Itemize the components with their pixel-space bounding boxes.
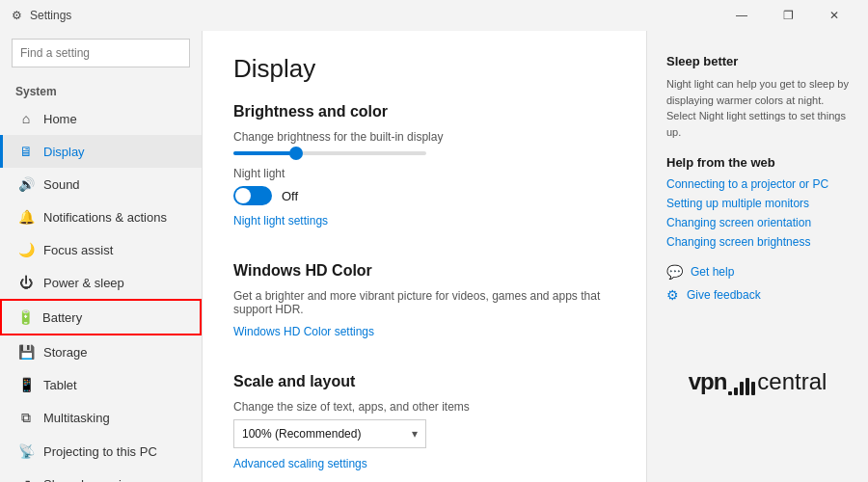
- sound-icon: 🔊: [18, 176, 34, 192]
- feedback-icon: ⚙: [666, 287, 679, 303]
- shared-icon: ↗: [18, 476, 34, 482]
- vpn-bar-5: [751, 382, 755, 395]
- scale-dropdown[interactable]: 100% (Recommended) ▾: [233, 419, 426, 448]
- get-help-label: Get help: [691, 265, 734, 279]
- vpn-bar-3: [740, 382, 744, 395]
- projecting-icon: 📡: [18, 443, 34, 459]
- sidebar-item-projecting[interactable]: 📡 Projecting to this PC: [0, 435, 202, 468]
- sidebar-item-focus[interactable]: 🌙 Focus assist: [0, 233, 202, 266]
- sidebar-label-tablet: Tablet: [43, 378, 77, 392]
- sidebar-item-multitasking[interactable]: ⧉ Multitasking: [0, 401, 202, 435]
- titlebar-left: ⚙ Settings: [12, 9, 71, 22]
- titlebar-controls: — ❐ ✕: [719, 0, 856, 31]
- sidebar-label-focus: Focus assist: [43, 243, 113, 257]
- sidebar-label-storage: Storage: [43, 345, 88, 360]
- sidebar-item-storage[interactable]: 💾 Storage: [0, 335, 202, 368]
- sidebar-item-notifications[interactable]: 🔔 Notifications & actions: [0, 201, 202, 233]
- sidebar-item-home[interactable]: ⌂ Home: [0, 102, 202, 135]
- scale-value: 100% (Recommended): [242, 427, 361, 441]
- help-title: Help from the web: [666, 155, 849, 170]
- brightness-section: Brightness and color Change brightness f…: [233, 103, 615, 243]
- multitasking-icon: ⧉: [18, 410, 34, 426]
- page-title: Display: [233, 54, 615, 84]
- battery-icon: 🔋: [17, 309, 33, 325]
- panel-link-orientation[interactable]: Changing screen orientation: [666, 216, 849, 229]
- home-icon: ⌂: [18, 111, 34, 126]
- sidebar-label-power: Power & sleep: [43, 276, 124, 290]
- focus-icon: 🌙: [18, 242, 34, 257]
- sidebar-item-sound[interactable]: 🔊 Sound: [0, 168, 202, 201]
- vpn-bar-2: [734, 388, 738, 395]
- panel-link-projector[interactable]: Connecting to a projector or PC: [666, 177, 849, 191]
- close-button[interactable]: ✕: [812, 0, 856, 31]
- night-light-toggle[interactable]: [233, 186, 272, 205]
- search-input[interactable]: [12, 39, 190, 67]
- sidebar-label-shared: Shared experiences: [43, 477, 155, 483]
- sidebar-item-tablet[interactable]: 📱 Tablet: [0, 368, 202, 401]
- scale-title: Scale and layout: [233, 373, 615, 390]
- vpn-brand: vpn central: [666, 361, 849, 395]
- main-content: Display Brightness and color Change brig…: [203, 31, 646, 482]
- sidebar-item-battery[interactable]: 🔋 Battery: [0, 299, 202, 335]
- night-light-state: Off: [282, 189, 298, 203]
- titlebar: ⚙ Settings — ❐ ✕: [0, 0, 868, 31]
- right-panel: Sleep better Night light can help you ge…: [646, 31, 868, 482]
- hd-color-link[interactable]: Windows HD Color settings: [233, 325, 374, 338]
- brightness-slider-track[interactable]: [233, 151, 426, 155]
- sleep-title: Sleep better: [666, 54, 849, 68]
- power-icon: ⏻: [18, 275, 34, 290]
- brightness-slider-thumb[interactable]: [289, 147, 303, 160]
- app-title: Settings: [30, 9, 71, 22]
- brightness-title: Brightness and color: [233, 103, 615, 120]
- panel-link-monitors[interactable]: Setting up multiple monitors: [666, 197, 849, 210]
- app-body: System ⌂ Home 🖥 Display 🔊 Sound 🔔 Notifi…: [0, 31, 868, 482]
- vpn-text1: vpn: [689, 368, 727, 395]
- night-light-toggle-row: Off: [233, 186, 615, 205]
- sidebar-item-shared[interactable]: ↗ Shared experiences: [0, 468, 202, 482]
- storage-icon: 💾: [18, 344, 34, 360]
- vpn-bar-4: [746, 378, 749, 395]
- help-icon: 💬: [666, 264, 683, 280]
- minimize-button[interactable]: —: [719, 0, 764, 31]
- sidebar-label-projecting: Projecting to this PC: [43, 444, 157, 459]
- display-icon: 🖥: [18, 144, 34, 159]
- brightness-slider-fill: [233, 151, 291, 155]
- sidebar: System ⌂ Home 🖥 Display 🔊 Sound 🔔 Notifi…: [0, 31, 203, 482]
- feedback-label: Give feedback: [687, 288, 761, 302]
- panel-link-brightness[interactable]: Changing screen brightness: [666, 235, 849, 249]
- sidebar-label-notifications: Notifications & actions: [43, 210, 167, 225]
- vpn-text2: central: [757, 368, 827, 395]
- settings-icon: ⚙: [12, 9, 22, 22]
- sleep-desc: Night light can help you get to sleep by…: [666, 76, 849, 140]
- notifications-icon: 🔔: [18, 209, 34, 225]
- night-light-label: Night light: [233, 167, 615, 180]
- feedback-action[interactable]: ⚙ Give feedback: [666, 287, 849, 303]
- system-label: System: [0, 75, 202, 102]
- tablet-icon: 📱: [18, 377, 34, 392]
- advanced-scaling-link[interactable]: Advanced scaling settings: [233, 457, 367, 470]
- restore-button[interactable]: ❐: [766, 0, 810, 31]
- get-help-action[interactable]: 💬 Get help: [666, 264, 849, 280]
- slider-label: Change brightness for the built-in displ…: [233, 130, 615, 144]
- search-container: [0, 31, 202, 75]
- toggle-knob: [235, 188, 251, 203]
- hd-color-section: Windows HD Color Get a brighter and more…: [233, 262, 615, 354]
- hd-color-title: Windows HD Color: [233, 262, 615, 280]
- night-light-link[interactable]: Night light settings: [233, 214, 328, 228]
- sidebar-label-multitasking: Multitasking: [43, 411, 110, 425]
- hd-color-desc: Get a brighter and more vibrant picture …: [233, 289, 615, 316]
- size-label: Change the size of text, apps, and other…: [233, 400, 615, 414]
- sidebar-item-display[interactable]: 🖥 Display: [0, 135, 202, 168]
- scale-section: Scale and layout Change the size of text…: [233, 373, 615, 482]
- sidebar-label-home: Home: [43, 112, 77, 126]
- sidebar-item-power[interactable]: ⏻ Power & sleep: [0, 266, 202, 299]
- vpn-bar-1: [728, 391, 732, 395]
- sidebar-label-sound: Sound: [43, 177, 80, 192]
- scale-dropdown-arrow: ▾: [412, 427, 418, 441]
- sidebar-label-battery: Battery: [42, 310, 82, 325]
- sidebar-label-display: Display: [43, 145, 85, 159]
- vpn-bars: [728, 378, 755, 395]
